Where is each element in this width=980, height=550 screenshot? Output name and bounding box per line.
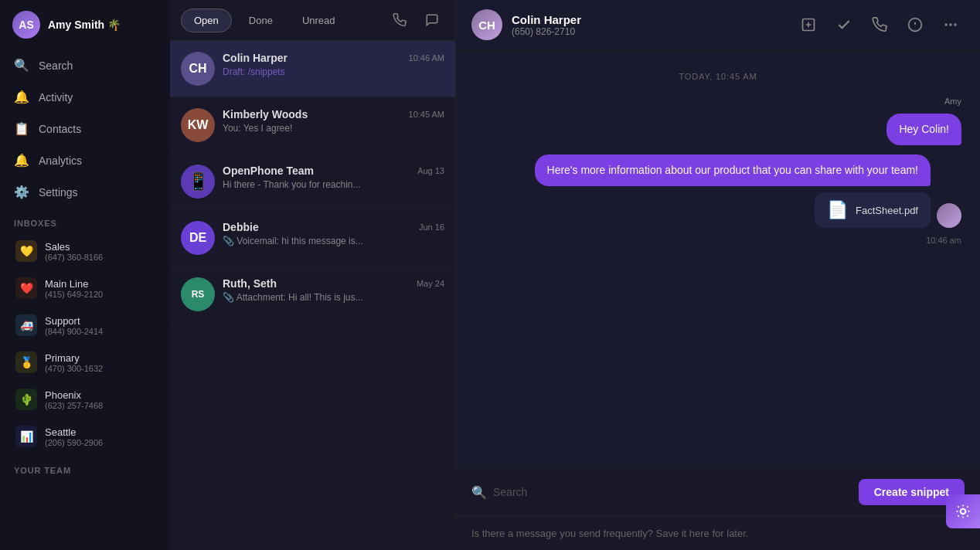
inbox-item-phoenix[interactable]: 🌵 Phoenix (623) 257-7468 [5,382,165,417]
bell-icon: 🔔 [14,90,29,104]
chat-actions [795,11,965,39]
svg-point-6 [954,23,956,25]
conv-body: OpenPhone Team Aug 13 Hi there - Thank y… [223,165,444,190]
inbox-info: Seattle (206) 590-2906 [45,426,103,447]
conv-body: Colin Harper 10:46 AM Draft: /snippets [223,52,444,77]
inbox-icon-support: 🚑 [15,314,37,336]
conv-avatar: KW [181,108,215,142]
sidebar-item-label: Activity [39,91,73,104]
conversation-tabs: Open Done Unread [170,0,455,41]
conversation-list: Open Done Unread CH Colin Harper 10:46 A… [170,0,456,550]
attachment-name: FactSheet.pdf [856,205,918,216]
sidebar-item-label: Analytics [39,154,82,167]
date-divider: TODAY, 10:45 AM [475,72,961,81]
user-name: Amy Smith 🌴 [48,19,121,31]
out-row: Here's more information about our produc… [535,154,961,228]
inbox-item-mainline[interactable]: ❤️ Main Line (415) 649-2120 [5,270,165,306]
contact-phone: (650) 826-2710 [512,26,785,37]
team-section-label: Your team [0,455,170,480]
conversation-item[interactable]: KW Kimberly Woods 10:45 AM You: Yes I ag… [170,97,455,154]
message-sender: Amy [944,97,961,106]
sidebar-item-search[interactable]: 🔍 Search [0,49,170,81]
snippet-search: 🔍 [471,485,849,500]
snippet-search-row: 🔍 Create snippet [456,468,980,517]
message-bubble: Here's more information about our produc… [535,154,931,186]
conv-avatar: RS [181,277,215,311]
conv-header: Ruth, Seth May 24 [223,277,444,290]
svg-point-4 [945,23,948,25]
message-time: 10:46 am [926,236,961,245]
inbox-icon-seattle: 📊 [15,426,37,447]
conv-body: Debbie Jun 16 📎 Voicemail: hi this messa… [223,221,444,246]
user-profile[interactable]: AS Amy Smith 🌴 [0,0,170,49]
inboxes-section-label: Inboxes [0,208,170,233]
contact-info: Colin Harper (650) 826-2710 [512,13,785,37]
search-icon: 🔍 [14,58,29,73]
conv-header: Colin Harper 10:46 AM [223,52,444,64]
inbox-info: Sales (647) 360-8166 [45,241,103,262]
sidebar: AS Amy Smith 🌴 🔍 Search 🔔 Activity 📋 Con… [0,0,170,550]
inbox-item-support[interactable]: 🚑 Support (844) 900-2414 [5,307,165,343]
inbox-info: Phoenix (623) 257-7468 [45,389,103,410]
compose-icon[interactable] [420,8,444,32]
tab-done[interactable]: Done [236,9,285,32]
contact-name: Colin Harper [512,13,785,26]
settings-icon: ⚙️ [14,185,29,199]
call-button[interactable] [866,11,893,39]
search-input[interactable] [493,486,849,498]
conversation-item[interactable]: CH Colin Harper 10:46 AM Draft: /snippet… [170,41,455,97]
conv-header: OpenPhone Team Aug 13 [223,165,444,177]
conv-body: Ruth, Seth May 24 📎 Attachment: Hi all! … [223,277,444,303]
avatar: AS [12,11,40,39]
add-contact-button[interactable] [795,11,822,39]
contact-avatar: CH [471,9,502,40]
conv-body: Kimberly Woods 10:45 AM You: Yes I agree… [223,108,444,134]
sidebar-item-settings[interactable]: ⚙️ Settings [0,176,170,208]
message-group-out-2: Here's more information about our produc… [475,154,961,245]
info-button[interactable] [901,11,929,39]
sidebar-item-label: Settings [39,186,78,199]
phone-icon[interactable] [387,8,412,32]
conv-avatar: CH [181,52,215,86]
chat-header: CH Colin Harper (650) 826-2710 [456,0,980,50]
inbox-item-sales[interactable]: 💛 Sales (647) 360-8166 [5,233,165,269]
message-group-out: Amy Hey Colin! [475,97,961,145]
tab-unread[interactable]: Unread [290,9,348,32]
inbox-icon-primary: 🥇 [15,351,37,373]
contacts-icon: 📋 [14,121,29,136]
inbox-icon-sales: 💛 [15,240,37,262]
sidebar-item-contacts[interactable]: 📋 Contacts [0,113,170,144]
messages-area: TODAY, 10:45 AM Amy Hey Colin! Here's mo… [456,50,980,467]
inbox-info: Support (844) 900-2414 [45,315,103,336]
inbox-info: Main Line (415) 649-2120 [45,278,103,299]
sidebar-item-analytics[interactable]: 🔔 Analytics [0,144,170,176]
search-icon: 🔍 [471,485,487,500]
inbox-item-seattle[interactable]: 📊 Seattle (206) 590-2906 [5,419,165,454]
sidebar-item-label: Contacts [39,123,81,135]
svg-point-5 [949,23,951,25]
tab-open[interactable]: Open [181,8,232,32]
more-options-button[interactable] [937,11,965,39]
conv-avatar: 📱 [181,165,215,199]
conversation-item[interactable]: DE Debbie Jun 16 📎 Voicemail: hi this me… [170,210,455,267]
message-bubble: Hey Colin! [886,114,961,145]
checkmark-button[interactable] [830,11,858,39]
sidebar-item-activity[interactable]: 🔔 Activity [0,81,170,113]
sender-thumbnail [937,203,961,228]
conv-header: Kimberly Woods 10:45 AM [223,108,444,121]
conv-avatar: DE [181,221,215,255]
main-chat: CH Colin Harper (650) 826-2710 TODAY, 10… [456,0,980,550]
inbox-icon-phoenix: 🌵 [15,389,37,410]
inbox-info: Primary (470) 300-1632 [45,352,103,373]
conv-header: Debbie Jun 16 [223,221,444,233]
inbox-item-primary[interactable]: 🥇 Primary (470) 300-1632 [5,345,165,380]
conversation-item[interactable]: 📱 OpenPhone Team Aug 13 Hi there - Thank… [170,154,455,210]
snippet-hint: Is there a message you send frequently? … [456,517,980,550]
analytics-icon: 🔔 [14,153,29,168]
float-toggle-button[interactable] [946,494,980,528]
attachment-card: 📄 FactSheet.pdf [815,192,931,228]
svg-point-7 [961,509,966,514]
conversation-item[interactable]: RS Ruth, Seth May 24 📎 Attachment: Hi al… [170,267,455,323]
sidebar-item-label: Search [39,59,73,72]
pdf-icon: 📄 [827,200,848,220]
